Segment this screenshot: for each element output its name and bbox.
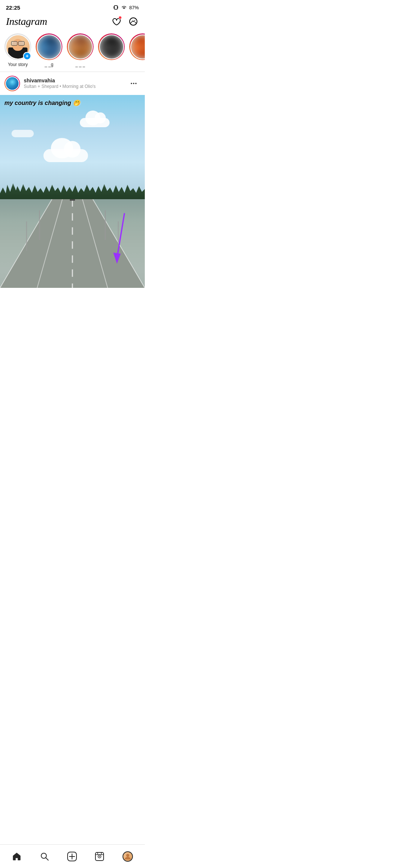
story-item-own[interactable]: + Your story [4, 33, 31, 67]
story-item-4[interactable] [98, 33, 125, 67]
avatar-glasses [11, 41, 25, 45]
post-header: shivamvahia Sultan + Shepard • Morning a… [0, 72, 145, 95]
svg-rect-1 [114, 6, 114, 9]
story-avatar-inner-4 [99, 34, 124, 59]
svg-rect-0 [114, 6, 117, 9]
notifications-button[interactable] [111, 16, 122, 27]
arrow-svg [104, 210, 134, 266]
vibration-icon [113, 4, 119, 10]
cloud-1 [43, 149, 88, 162]
story-avatar-image-5 [131, 35, 145, 59]
own-story-label: Your story [8, 62, 28, 67]
battery-text: 87% [129, 5, 139, 10]
post-image[interactable]: my country is changing 🤭 [0, 95, 145, 288]
story-avatar-image-2 [38, 35, 61, 59]
post-subtitle: Sultan + Shepard • Morning at Olio's [24, 84, 96, 90]
wifi-icon [121, 4, 127, 10]
svg-point-6 [135, 83, 137, 84]
story-avatar-image-4 [100, 35, 123, 59]
story-avatar-inner-2 [37, 34, 62, 59]
more-options-icon [130, 80, 137, 87]
messages-button[interactable] [128, 16, 139, 27]
stories-row: + Your story _ _g _ _ _ [0, 30, 145, 72]
purple-arrow-annotation [104, 210, 134, 266]
story-avatar-wrap-5 [129, 33, 145, 60]
cloud-2 [80, 118, 110, 127]
story-avatar-image-3 [69, 35, 92, 59]
svg-rect-15 [39, 210, 40, 240]
svg-point-5 [133, 83, 134, 84]
status-icons: 87% [113, 4, 139, 10]
post-more-button[interactable] [127, 78, 140, 89]
story-label-2: _ _g [45, 62, 53, 67]
story-item-3[interactable]: _ _ _ [67, 33, 94, 67]
story-avatar-inner-5 [130, 34, 145, 59]
svg-rect-19 [70, 199, 75, 201]
messenger-icon [128, 17, 138, 26]
story-label-3: _ _ _ [75, 62, 85, 67]
story-avatar-wrap-2 [36, 33, 62, 60]
notification-dot [118, 16, 122, 19]
svg-rect-2 [117, 6, 118, 9]
status-bar: 22:25 87% [0, 0, 145, 13]
post-user-text: shivamvahia Sultan + Shepard • Morning a… [24, 77, 96, 90]
own-story-avatar-wrap: + [4, 33, 31, 60]
svg-line-20 [117, 214, 124, 258]
highway-scene: my country is changing 🤭 [0, 95, 145, 288]
add-story-button[interactable]: + [23, 52, 31, 60]
post-item: shivamvahia Sultan + Shepard • Morning a… [0, 72, 145, 288]
cloud-3 [12, 130, 34, 137]
post-user-info: shivamvahia Sultan + Shepard • Morning a… [4, 76, 96, 91]
story-avatar-wrap-4 [98, 33, 125, 60]
header-actions [111, 16, 139, 27]
story-item-2[interactable]: _ _g [36, 33, 62, 67]
post-caption: my country is changing 🤭 [4, 99, 80, 106]
svg-rect-16 [26, 221, 27, 251]
post-avatar-wrap[interactable] [4, 76, 20, 91]
svg-marker-21 [113, 253, 121, 264]
story-avatar-wrap-3 [67, 33, 94, 60]
story-avatar-inner-3 [68, 34, 93, 59]
status-time: 22:25 [6, 4, 20, 11]
app-logo: Instagram [6, 16, 47, 27]
post-avatar-inner [5, 76, 19, 91]
post-username[interactable]: shivamvahia [24, 77, 96, 84]
svg-point-4 [131, 83, 132, 84]
story-item-5[interactable] [129, 33, 145, 67]
app-header: Instagram [0, 13, 145, 30]
